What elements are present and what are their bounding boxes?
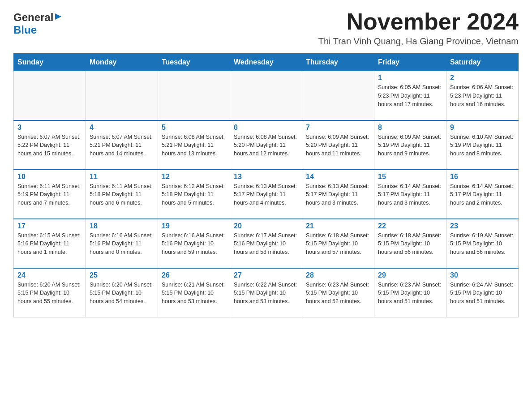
calendar-cell-w3-d5: 14Sunrise: 6:13 AM Sunset: 5:17 PM Dayli…: [302, 170, 374, 219]
day-number-28: 28: [306, 271, 370, 279]
svg-marker-0: [55, 13, 61, 20]
header-saturday: Saturday: [446, 54, 519, 71]
header-tuesday: Tuesday: [158, 54, 230, 71]
day-number-27: 27: [234, 271, 298, 279]
logo-triangle-icon: [54, 13, 62, 22]
day-info-12: Sunrise: 6:12 AM Sunset: 5:18 PM Dayligh…: [162, 182, 226, 207]
day-info-15: Sunrise: 6:14 AM Sunset: 5:17 PM Dayligh…: [378, 182, 442, 207]
calendar-cell-w4-d6: 22Sunrise: 6:18 AM Sunset: 5:15 PM Dayli…: [374, 219, 446, 268]
day-number-13: 13: [234, 173, 298, 181]
day-info-14: Sunrise: 6:13 AM Sunset: 5:17 PM Dayligh…: [306, 182, 370, 207]
day-info-29: Sunrise: 6:23 AM Sunset: 5:15 PM Dayligh…: [378, 281, 442, 306]
calendar-cell-w1-d2: [86, 71, 158, 120]
calendar-cell-w4-d3: 19Sunrise: 6:16 AM Sunset: 5:16 PM Dayli…: [158, 219, 230, 268]
day-number-22: 22: [378, 222, 442, 230]
day-info-17: Sunrise: 6:15 AM Sunset: 5:16 PM Dayligh…: [17, 231, 82, 257]
day-info-16: Sunrise: 6:14 AM Sunset: 5:17 PM Dayligh…: [450, 182, 515, 207]
day-info-2: Sunrise: 6:06 AM Sunset: 5:23 PM Dayligh…: [450, 83, 515, 108]
day-info-5: Sunrise: 6:08 AM Sunset: 5:21 PM Dayligh…: [162, 133, 226, 158]
day-number-17: 17: [17, 222, 82, 230]
calendar-cell-w2-d4: 6Sunrise: 6:08 AM Sunset: 5:20 PM Daylig…: [230, 120, 302, 170]
page-header: General Blue November 2024 Thi Tran Vinh…: [13, 9, 519, 47]
day-number-9: 9: [450, 124, 515, 132]
calendar-week-4: 17Sunrise: 6:15 AM Sunset: 5:16 PM Dayli…: [14, 219, 519, 268]
calendar-week-3: 10Sunrise: 6:11 AM Sunset: 5:19 PM Dayli…: [14, 170, 519, 219]
day-number-26: 26: [162, 271, 226, 279]
day-info-18: Sunrise: 6:16 AM Sunset: 5:16 PM Dayligh…: [90, 231, 154, 257]
calendar-table: Sunday Monday Tuesday Wednesday Thursday…: [13, 53, 519, 317]
day-info-21: Sunrise: 6:18 AM Sunset: 5:15 PM Dayligh…: [306, 231, 370, 257]
day-info-30: Sunrise: 6:24 AM Sunset: 5:15 PM Dayligh…: [450, 281, 515, 306]
day-info-9: Sunrise: 6:10 AM Sunset: 5:19 PM Dayligh…: [450, 133, 515, 158]
calendar-cell-w2-d5: 7Sunrise: 6:09 AM Sunset: 5:20 PM Daylig…: [302, 120, 374, 170]
day-number-3: 3: [17, 124, 82, 132]
day-info-4: Sunrise: 6:07 AM Sunset: 5:21 PM Dayligh…: [90, 133, 154, 158]
day-info-10: Sunrise: 6:11 AM Sunset: 5:19 PM Dayligh…: [17, 182, 82, 207]
header-sunday: Sunday: [14, 54, 86, 71]
calendar-cell-w1-d6: 1Sunrise: 6:05 AM Sunset: 5:23 PM Daylig…: [374, 71, 446, 120]
day-info-22: Sunrise: 6:18 AM Sunset: 5:15 PM Dayligh…: [378, 231, 442, 257]
calendar-cell-w4-d2: 18Sunrise: 6:16 AM Sunset: 5:16 PM Dayli…: [86, 219, 158, 268]
calendar-cell-w5-d6: 29Sunrise: 6:23 AM Sunset: 5:15 PM Dayli…: [374, 268, 446, 317]
location-subtitle: Thi Tran Vinh Quang, Ha Giang Province, …: [318, 36, 519, 47]
calendar-cell-w1-d4: [230, 71, 302, 120]
header-wednesday: Wednesday: [230, 54, 302, 71]
header-monday: Monday: [86, 54, 158, 71]
calendar-cell-w4-d5: 21Sunrise: 6:18 AM Sunset: 5:15 PM Dayli…: [302, 219, 374, 268]
month-title: November 2024: [318, 9, 519, 34]
day-info-19: Sunrise: 6:16 AM Sunset: 5:16 PM Dayligh…: [162, 231, 226, 257]
day-number-19: 19: [162, 222, 226, 230]
calendar-cell-w1-d7: 2Sunrise: 6:06 AM Sunset: 5:23 PM Daylig…: [446, 71, 519, 120]
day-number-24: 24: [17, 271, 82, 279]
calendar-cell-w4-d1: 17Sunrise: 6:15 AM Sunset: 5:16 PM Dayli…: [14, 219, 86, 268]
calendar-cell-w3-d6: 15Sunrise: 6:14 AM Sunset: 5:17 PM Dayli…: [374, 170, 446, 219]
calendar-week-1: 1Sunrise: 6:05 AM Sunset: 5:23 PM Daylig…: [14, 71, 519, 120]
calendar-cell-w3-d3: 12Sunrise: 6:12 AM Sunset: 5:18 PM Dayli…: [158, 170, 230, 219]
calendar-cell-w2-d7: 9Sunrise: 6:10 AM Sunset: 5:19 PM Daylig…: [446, 120, 519, 170]
calendar-week-2: 3Sunrise: 6:07 AM Sunset: 5:22 PM Daylig…: [14, 120, 519, 170]
day-info-11: Sunrise: 6:11 AM Sunset: 5:18 PM Dayligh…: [90, 182, 154, 207]
day-number-4: 4: [90, 124, 154, 132]
day-number-7: 7: [306, 124, 370, 132]
day-number-1: 1: [378, 74, 442, 82]
calendar-cell-w3-d7: 16Sunrise: 6:14 AM Sunset: 5:17 PM Dayli…: [446, 170, 519, 219]
calendar-cell-w4-d7: 23Sunrise: 6:19 AM Sunset: 5:15 PM Dayli…: [446, 219, 519, 268]
calendar-cell-w1-d3: [158, 71, 230, 120]
day-info-7: Sunrise: 6:09 AM Sunset: 5:20 PM Dayligh…: [306, 133, 370, 158]
day-number-8: 8: [378, 124, 442, 132]
day-info-26: Sunrise: 6:21 AM Sunset: 5:15 PM Dayligh…: [162, 281, 226, 306]
logo-blue: Blue: [13, 24, 37, 36]
header-thursday: Thursday: [302, 54, 374, 71]
day-info-23: Sunrise: 6:19 AM Sunset: 5:15 PM Dayligh…: [450, 231, 515, 257]
logo-general: General: [13, 11, 53, 24]
day-info-6: Sunrise: 6:08 AM Sunset: 5:20 PM Dayligh…: [234, 133, 298, 158]
day-number-10: 10: [17, 173, 82, 181]
day-info-3: Sunrise: 6:07 AM Sunset: 5:22 PM Dayligh…: [17, 133, 82, 158]
day-info-8: Sunrise: 6:09 AM Sunset: 5:19 PM Dayligh…: [378, 133, 442, 158]
day-info-13: Sunrise: 6:13 AM Sunset: 5:17 PM Dayligh…: [234, 182, 298, 207]
calendar-cell-w3-d1: 10Sunrise: 6:11 AM Sunset: 5:19 PM Dayli…: [14, 170, 86, 219]
day-number-14: 14: [306, 173, 370, 181]
day-number-21: 21: [306, 222, 370, 230]
day-info-24: Sunrise: 6:20 AM Sunset: 5:15 PM Dayligh…: [17, 281, 82, 306]
calendar-cell-w5-d4: 27Sunrise: 6:22 AM Sunset: 5:15 PM Dayli…: [230, 268, 302, 317]
day-number-20: 20: [234, 222, 298, 230]
day-number-16: 16: [450, 173, 515, 181]
calendar-cell-w5-d3: 26Sunrise: 6:21 AM Sunset: 5:15 PM Dayli…: [158, 268, 230, 317]
calendar-cell-w5-d5: 28Sunrise: 6:23 AM Sunset: 5:15 PM Dayli…: [302, 268, 374, 317]
day-info-25: Sunrise: 6:20 AM Sunset: 5:15 PM Dayligh…: [90, 281, 154, 306]
day-number-6: 6: [234, 124, 298, 132]
day-number-29: 29: [378, 271, 442, 279]
calendar-cell-w2-d2: 4Sunrise: 6:07 AM Sunset: 5:21 PM Daylig…: [86, 120, 158, 170]
calendar-cell-w3-d2: 11Sunrise: 6:11 AM Sunset: 5:18 PM Dayli…: [86, 170, 158, 219]
day-number-18: 18: [90, 222, 154, 230]
day-number-25: 25: [90, 271, 154, 279]
day-info-1: Sunrise: 6:05 AM Sunset: 5:23 PM Dayligh…: [378, 83, 442, 108]
day-number-15: 15: [378, 173, 442, 181]
calendar-header-row: Sunday Monday Tuesday Wednesday Thursday…: [14, 54, 519, 71]
calendar-cell-w5-d1: 24Sunrise: 6:20 AM Sunset: 5:15 PM Dayli…: [14, 268, 86, 317]
calendar-cell-w1-d5: [302, 71, 374, 120]
calendar-cell-w2-d1: 3Sunrise: 6:07 AM Sunset: 5:22 PM Daylig…: [14, 120, 86, 170]
day-number-5: 5: [162, 124, 226, 132]
day-info-20: Sunrise: 6:17 AM Sunset: 5:16 PM Dayligh…: [234, 231, 298, 257]
